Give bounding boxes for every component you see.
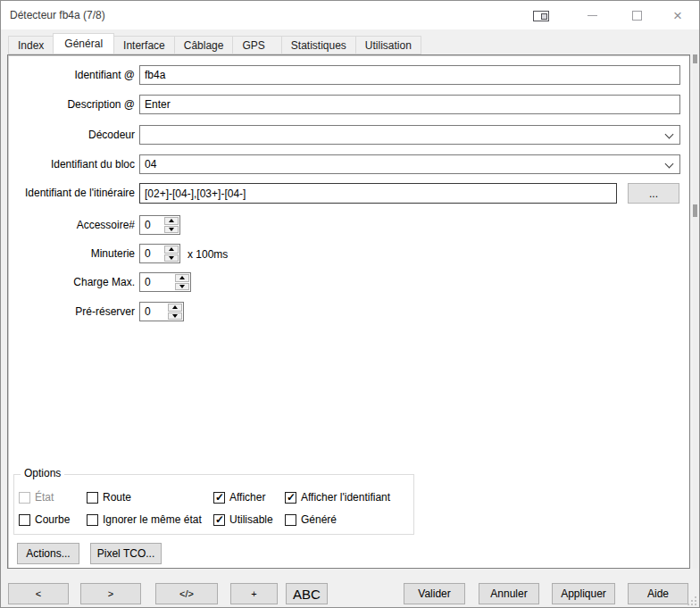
itineraire-label: Identifiant de l'itinéraire xyxy=(8,187,135,199)
tab-cablage[interactable]: Câblage xyxy=(174,36,234,54)
window-title: Détecteur fb4a (7/8) xyxy=(10,9,105,21)
description-input[interactable] xyxy=(139,95,680,114)
spin-up-icon[interactable] xyxy=(168,304,182,312)
tab-statistiques[interactable]: Statistiques xyxy=(281,36,356,54)
chevron-down-icon xyxy=(665,130,674,139)
vertical-scrollbar[interactable] xyxy=(693,54,697,569)
checkbox-icon xyxy=(19,514,30,526)
options-group-title: Options xyxy=(21,467,64,479)
description-label: Description @ xyxy=(8,98,135,111)
decodeur-label: Décodeur xyxy=(8,129,135,141)
checkbox-icon xyxy=(213,492,225,504)
bloc-combobox[interactable]: 04 xyxy=(139,154,680,174)
spin-down-icon[interactable] xyxy=(168,312,182,321)
itineraire-browse-button[interactable]: ... xyxy=(628,183,679,204)
identifiant-input[interactable] xyxy=(139,65,680,85)
checkbox-icon xyxy=(213,514,225,526)
spin-down-icon[interactable] xyxy=(164,226,179,234)
nav-code-button[interactable]: </> xyxy=(155,583,218,604)
dialog-window: Détecteur fb4a (7/8) × Index Général Int… xyxy=(0,0,700,608)
checkbox-icon xyxy=(19,492,30,504)
charge-label: Charge Max. xyxy=(8,276,135,288)
minimize-button[interactable] xyxy=(583,8,601,22)
scrollbar-thumb[interactable] xyxy=(693,204,697,217)
valider-button[interactable]: Valider xyxy=(404,583,465,604)
pixel-tco-button[interactable]: Pixel TCO... xyxy=(90,543,162,564)
scrollbar-thumb[interactable] xyxy=(693,54,697,63)
minuterie-value: 0 xyxy=(140,245,163,262)
tab-general[interactable]: Général xyxy=(53,33,114,54)
nav-add-button[interactable]: + xyxy=(230,583,278,604)
abc-button[interactable]: ABC xyxy=(286,583,328,604)
checkbox-afficher-identifiant[interactable]: Afficher l'identifiant xyxy=(285,491,390,504)
close-icon: × xyxy=(673,8,682,23)
checkbox-ignorer-meme-etat[interactable]: Ignorer le même état xyxy=(87,513,202,526)
nav-prev-button[interactable]: < xyxy=(8,583,69,604)
checkbox-courbe[interactable]: Courbe xyxy=(19,513,70,526)
tab-gps[interactable]: GPS xyxy=(232,36,281,54)
checkbox-icon xyxy=(87,514,98,526)
checkbox-icon xyxy=(285,514,296,526)
checkbox-etat[interactable]: État xyxy=(19,491,54,504)
minuterie-label: Minuterie xyxy=(8,247,135,260)
nav-next-button[interactable]: > xyxy=(80,583,141,604)
aide-button[interactable]: Aide xyxy=(628,583,688,604)
prereserver-label: Pré-réserver xyxy=(8,305,135,318)
charge-spinner[interactable]: 0 xyxy=(139,272,191,292)
itineraire-input[interactable] xyxy=(139,183,617,204)
tab-strip: Index Général Interface Câblage GPS Stat… xyxy=(8,33,421,54)
spin-up-icon[interactable] xyxy=(164,246,179,254)
maximize-button[interactable] xyxy=(628,8,646,22)
actions-button[interactable]: Actions... xyxy=(17,543,79,564)
identifiant-label: Identifiant @ xyxy=(8,69,135,81)
tab-interface[interactable]: Interface xyxy=(113,36,175,54)
resize-grip[interactable] xyxy=(686,595,696,605)
bloc-value: 04 xyxy=(145,158,156,171)
prereserver-spinner[interactable]: 0 xyxy=(139,302,184,321)
spin-up-icon[interactable] xyxy=(175,274,189,282)
chevron-down-icon xyxy=(665,160,674,169)
maximize-icon xyxy=(632,11,642,21)
spin-down-icon[interactable] xyxy=(175,283,189,291)
spin-down-icon[interactable] xyxy=(164,254,179,262)
checkbox-genere[interactable]: Généré xyxy=(285,513,337,526)
annuler-button[interactable]: Annuler xyxy=(479,583,539,604)
bloc-label: Identifiant du bloc xyxy=(8,158,135,171)
spin-up-icon[interactable] xyxy=(164,217,179,225)
accessoire-value: 0 xyxy=(140,216,163,234)
minimize-icon xyxy=(588,15,597,16)
minuterie-suffix: x 100ms xyxy=(188,248,228,261)
checkbox-route[interactable]: Route xyxy=(87,491,131,504)
tab-index[interactable]: Index xyxy=(8,36,54,54)
checkbox-utilisable[interactable]: Utilisable xyxy=(213,513,273,526)
checkbox-icon xyxy=(87,492,98,504)
titlebar: Détecteur fb4a (7/8) × xyxy=(1,1,699,29)
appliquer-button[interactable]: Appliquer xyxy=(552,583,615,604)
monitor-icon[interactable] xyxy=(531,9,551,22)
close-button[interactable]: × xyxy=(669,6,687,24)
checkbox-afficher[interactable]: Afficher xyxy=(213,491,265,504)
minuterie-spinner[interactable]: 0 xyxy=(139,244,180,263)
decodeur-combobox[interactable] xyxy=(139,125,680,145)
charge-value: 0 xyxy=(140,273,174,291)
accessoire-spinner[interactable]: 0 xyxy=(139,215,180,235)
checkbox-icon xyxy=(285,492,296,504)
tab-utilisation[interactable]: Utilisation xyxy=(355,36,421,54)
prereserver-value: 0 xyxy=(140,303,167,321)
accessoire-label: Accessoire# xyxy=(8,219,135,231)
